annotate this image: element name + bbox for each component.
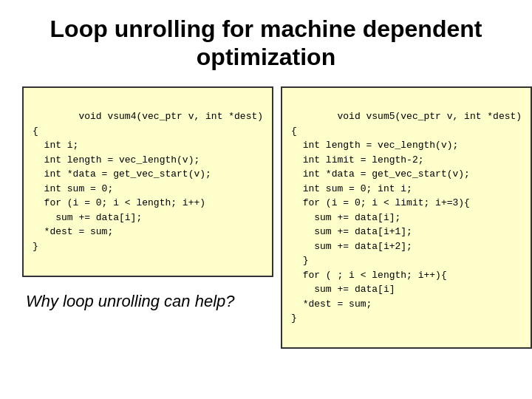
vsum5-code: void vsum5(vec_ptr v, int *dest) { int l…: [291, 111, 522, 324]
title-line1: Loop unrolling for machine dependent: [50, 16, 482, 42]
title-line2: optimization: [197, 44, 335, 70]
left-panel: void vsum4(vec_ptr v, int *dest) { int i…: [22, 86, 273, 384]
why-text: Why loop unrolling can help?: [22, 292, 273, 311]
right-panel: void vsum5(vec_ptr v, int *dest) { int l…: [281, 86, 532, 384]
vsum5-code-box: void vsum5(vec_ptr v, int *dest) { int l…: [281, 86, 532, 349]
vsum4-code: void vsum4(vec_ptr v, int *dest) { int i…: [33, 111, 263, 252]
slide: Loop unrolling for machine dependent opt…: [0, 0, 532, 399]
vsum4-code-box: void vsum4(vec_ptr v, int *dest) { int i…: [22, 86, 273, 277]
content-area: void vsum4(vec_ptr v, int *dest) { int i…: [22, 86, 510, 384]
slide-title: Loop unrolling for machine dependent opt…: [22, 15, 510, 72]
